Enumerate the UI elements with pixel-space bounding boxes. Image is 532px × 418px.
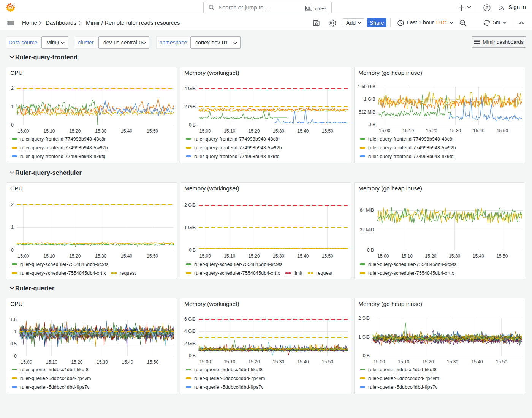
svg-text:15:10: 15:10 — [43, 253, 55, 259]
svg-text:2: 2 — [11, 86, 14, 91]
svg-text:15:50: 15:50 — [322, 359, 333, 364]
svg-text:2 GiB: 2 GiB — [184, 104, 196, 109]
svg-text:15:30: 15:30 — [273, 359, 284, 364]
svg-text:15:50: 15:50 — [497, 128, 508, 133]
svg-text:15:40: 15:40 — [471, 359, 483, 364]
svg-text:15:00: 15:00 — [200, 128, 211, 134]
svg-text:0: 0 — [14, 353, 17, 359]
svg-text:15:40: 15:40 — [121, 253, 132, 259]
svg-text:15:40: 15:40 — [297, 128, 309, 134]
svg-text:15:00: 15:00 — [18, 253, 29, 259]
svg-text:15:30: 15:30 — [447, 359, 458, 364]
svg-text:2 GiB: 2 GiB — [184, 341, 196, 346]
svg-text:0 B: 0 B — [369, 122, 375, 127]
svg-text:15:40: 15:40 — [473, 253, 484, 259]
svg-text:15:30: 15:30 — [95, 253, 106, 259]
svg-text:15:30: 15:30 — [273, 128, 284, 134]
svg-text:15:40: 15:40 — [297, 253, 309, 259]
svg-text:6 GiB: 6 GiB — [184, 317, 196, 322]
svg-text:15:10: 15:10 — [46, 359, 57, 365]
svg-text:15:50: 15:50 — [322, 128, 333, 134]
svg-text:15:20: 15:20 — [425, 253, 436, 259]
svg-text:15:30: 15:30 — [273, 253, 284, 259]
svg-text:15:00: 15:00 — [377, 253, 389, 259]
svg-text:64 MiB: 64 MiB — [360, 207, 374, 213]
svg-text:1.50 GiB: 1.50 GiB — [358, 84, 375, 89]
svg-text:15:00: 15:00 — [21, 359, 32, 365]
svg-text:15:00: 15:00 — [18, 128, 29, 134]
svg-text:?: ? — [486, 6, 488, 10]
svg-text:2 GiB: 2 GiB — [184, 203, 196, 208]
svg-text:15:10: 15:10 — [224, 253, 235, 259]
svg-text:15:20: 15:20 — [423, 359, 434, 364]
svg-text:1: 1 — [11, 104, 14, 109]
svg-text:15:20: 15:20 — [71, 359, 82, 365]
svg-text:15:40: 15:40 — [121, 128, 132, 134]
svg-text:15:50: 15:50 — [496, 359, 507, 364]
svg-text:32 MiB: 32 MiB — [360, 227, 374, 233]
svg-text:15:00: 15:00 — [200, 253, 211, 259]
svg-text:0 B: 0 B — [367, 247, 374, 253]
svg-text:15:10: 15:10 — [402, 128, 414, 133]
svg-text:15:40: 15:40 — [473, 128, 484, 133]
svg-text:15:10: 15:10 — [398, 359, 409, 364]
svg-text:15:50: 15:50 — [322, 253, 333, 259]
svg-text:15:30: 15:30 — [97, 359, 108, 365]
svg-text:15:50: 15:50 — [147, 359, 158, 365]
svg-text:1: 1 — [11, 225, 14, 230]
svg-text:2 GiB: 2 GiB — [358, 315, 370, 321]
svg-text:15:30: 15:30 — [450, 128, 461, 133]
svg-text:15:20: 15:20 — [249, 253, 260, 259]
svg-text:15:50: 15:50 — [147, 128, 158, 134]
svg-text:15:00: 15:00 — [374, 359, 385, 364]
svg-text:15:20: 15:20 — [69, 128, 81, 134]
svg-text:15:30: 15:30 — [449, 253, 460, 259]
svg-text:0: 0 — [11, 122, 14, 128]
svg-text:15:20: 15:20 — [69, 253, 81, 259]
svg-text:1: 1 — [14, 329, 17, 334]
svg-text:15:50: 15:50 — [496, 253, 508, 259]
svg-text:15:10: 15:10 — [224, 128, 235, 134]
svg-text:1.5: 1.5 — [10, 317, 17, 322]
svg-text:15:40: 15:40 — [122, 359, 133, 365]
svg-text:15:20: 15:20 — [426, 128, 437, 133]
svg-text:4 GiB: 4 GiB — [184, 329, 196, 334]
svg-text:0.5: 0.5 — [10, 341, 17, 347]
svg-text:15:00: 15:00 — [379, 128, 390, 133]
svg-text:15:40: 15:40 — [297, 359, 309, 364]
svg-text:1 GiB: 1 GiB — [364, 97, 375, 102]
svg-text:0 B: 0 B — [189, 353, 196, 358]
svg-text:0 B: 0 B — [189, 122, 196, 128]
svg-text:2: 2 — [11, 202, 14, 207]
svg-text:512 MiB: 512 MiB — [359, 109, 375, 115]
svg-text:15:20: 15:20 — [249, 359, 260, 364]
svg-text:4 GiB: 4 GiB — [184, 86, 196, 91]
svg-text:0: 0 — [11, 247, 14, 253]
svg-text:1 GiB: 1 GiB — [358, 334, 370, 340]
svg-text:15:20: 15:20 — [249, 128, 260, 134]
svg-text:15:50: 15:50 — [147, 253, 158, 259]
svg-text:0 B: 0 B — [363, 353, 370, 358]
svg-text:1 GiB: 1 GiB — [184, 225, 196, 230]
svg-text:15:00: 15:00 — [200, 359, 211, 364]
svg-text:15:10: 15:10 — [401, 253, 413, 259]
svg-text:15:30: 15:30 — [95, 128, 106, 134]
svg-text:15:10: 15:10 — [224, 359, 235, 364]
svg-text:15:10: 15:10 — [43, 128, 55, 134]
svg-text:0 B: 0 B — [189, 247, 196, 253]
